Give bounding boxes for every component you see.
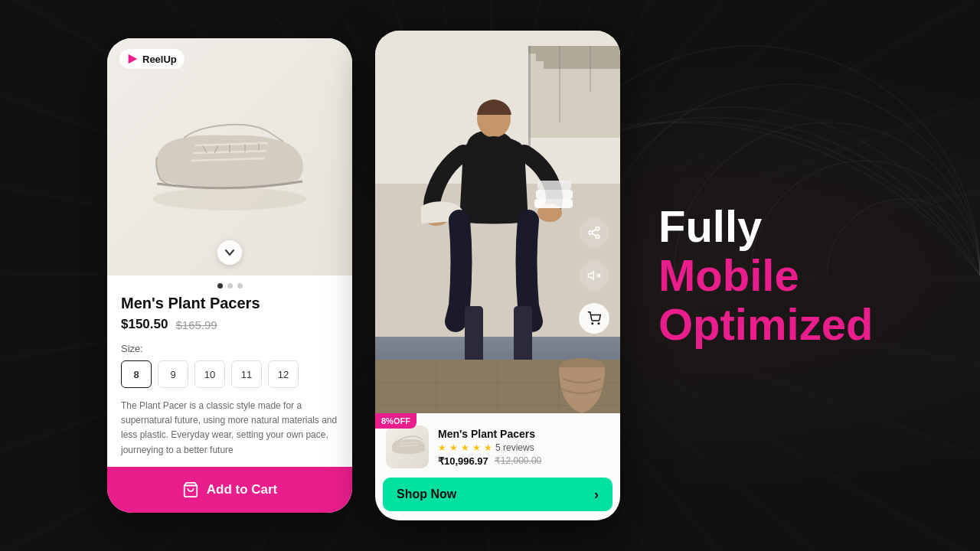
svg-rect-25 (465, 306, 483, 367)
overlay-prices: ₹10,996.97 ₹12,000.00 (438, 455, 609, 467)
review-count: 5 reviews (495, 442, 534, 453)
share-button[interactable] (579, 217, 609, 248)
dot-1[interactable] (217, 283, 223, 289)
size-btn-8[interactable]: 8 (121, 360, 152, 388)
shop-now-button[interactable]: Shop Now › (383, 478, 612, 511)
size-btn-9[interactable]: 9 (158, 360, 188, 388)
tagline-section: Fully Mobile Optimized (643, 202, 873, 348)
left-phone: ReelUp (107, 38, 352, 513)
svg-rect-15 (559, 46, 560, 122)
mute-icon (587, 269, 601, 282)
svg-rect-16 (590, 46, 591, 92)
cart-button[interactable] (579, 303, 609, 334)
svg-point-37 (589, 231, 593, 235)
size-label: Size: (121, 343, 338, 354)
overlay-shoe-thumbnail (386, 425, 429, 468)
svg-rect-26 (514, 306, 532, 367)
right-phone: 8%OFF Men's Plant Pacers ★ ★ ★ (375, 31, 620, 520)
phone-header: ReelUp (107, 38, 352, 80)
product-info: Men's Plant Pacers $150.50 $165.99 Size:… (107, 295, 352, 467)
star-3: ★ (461, 442, 469, 453)
svg-rect-23 (536, 190, 573, 199)
stars-row: ★ ★ ★ ★ ★ 5 reviews (438, 442, 609, 453)
cart-icon-right (587, 311, 601, 325)
reelup-logo: ReelUp (119, 49, 185, 69)
svg-rect-12 (536, 54, 620, 61)
svg-line-39 (592, 233, 596, 236)
star-1: ★ (438, 442, 446, 453)
svg-line-46 (400, 442, 419, 443)
shop-now-label: Shop Now (397, 487, 456, 501)
tagline-optimized: Optimized (658, 300, 873, 349)
svg-point-44 (592, 323, 593, 324)
size-btn-11[interactable]: 11 (231, 360, 262, 388)
product-overlay: 8%OFF Men's Plant Pacers ★ ★ ★ (375, 413, 620, 520)
overlay-price-original: ₹12,000.00 (495, 455, 541, 466)
cart-icon (182, 481, 199, 498)
svg-rect-11 (528, 46, 620, 54)
image-dots (107, 276, 352, 295)
tagline-fully: Fully (658, 201, 762, 251)
svg-point-36 (596, 227, 599, 231)
star-2: ★ (449, 442, 458, 453)
chevron-down-button[interactable] (217, 240, 242, 265)
overlay-product-details: Men's Plant Pacers ★ ★ ★ ★ ★ 5 reviews ₹… (438, 428, 609, 467)
chevron-down-icon (224, 247, 235, 258)
tagline-line1: Fully Mobile (658, 202, 873, 300)
product-name: Men's Plant Pacers (121, 295, 338, 312)
mute-button[interactable] (579, 260, 609, 291)
star-4: ★ (472, 442, 481, 453)
svg-rect-24 (537, 181, 571, 190)
main-layout: ReelUp (107, 31, 873, 520)
svg-point-38 (596, 235, 599, 239)
price-row: $150.50 $165.99 (121, 317, 338, 332)
svg-marker-0 (129, 54, 138, 64)
video-controls (579, 217, 609, 334)
price-original: $165.99 (175, 318, 217, 331)
svg-point-45 (598, 323, 599, 324)
price-current: $150.50 (121, 317, 168, 332)
size-btn-12[interactable]: 12 (268, 360, 299, 388)
shoe-svg (138, 96, 322, 218)
thumbnail-shoe-svg (388, 433, 426, 461)
svg-rect-13 (544, 61, 620, 69)
shop-now-arrow-icon: › (594, 487, 599, 503)
svg-rect-14 (528, 46, 531, 153)
svg-marker-41 (589, 272, 594, 280)
star-5: ★ (484, 442, 492, 453)
share-icon (587, 226, 601, 240)
size-btn-10[interactable]: 10 (194, 360, 225, 388)
overlay-price-current: ₹10,996.97 (438, 455, 488, 467)
dot-3[interactable] (237, 283, 243, 289)
add-to-cart-button[interactable]: Add to Cart (107, 467, 352, 513)
overlay-product-name: Men's Plant Pacers (438, 428, 609, 440)
reelup-icon (126, 52, 139, 66)
discount-badge: 8%OFF (375, 413, 416, 429)
svg-line-47 (400, 445, 418, 446)
svg-point-1 (153, 187, 306, 210)
product-description: The Plant Pacer is a classic style made … (121, 399, 338, 458)
brand-name: ReelUp (142, 54, 177, 65)
svg-rect-22 (534, 199, 573, 208)
add-to-cart-label: Add to Cart (207, 482, 278, 497)
tagline-mobile: Mobile (658, 250, 799, 300)
svg-line-40 (592, 230, 596, 232)
dot-2[interactable] (227, 283, 233, 289)
size-options: 8 9 10 11 12 (121, 360, 338, 388)
